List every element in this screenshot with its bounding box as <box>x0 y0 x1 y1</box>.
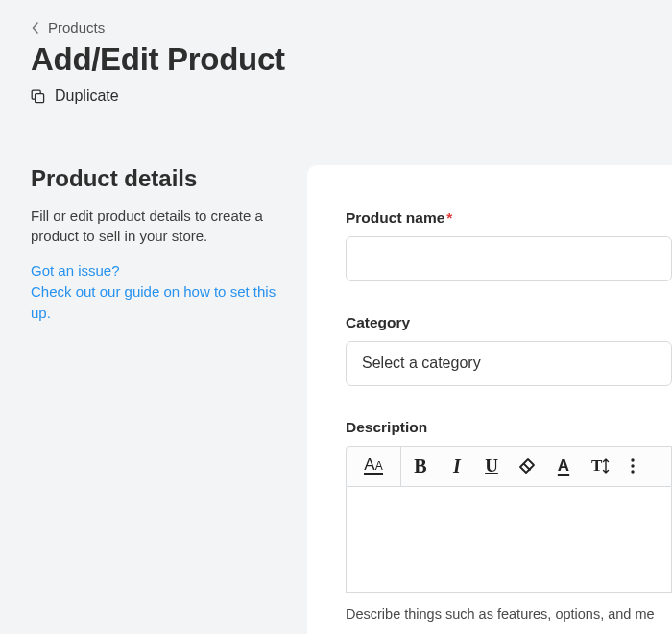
form-card: Product name * Category Select a categor… <box>307 165 672 635</box>
toolbar-textcolor-button[interactable]: A <box>545 447 582 486</box>
category-placeholder: Select a category <box>362 354 481 372</box>
category-select[interactable]: Select a category <box>346 341 672 386</box>
category-label: Category <box>346 314 410 331</box>
underline-icon: U <box>485 455 498 476</box>
description-editor[interactable] <box>346 487 672 593</box>
eraser-icon <box>517 457 537 475</box>
toolbar-underline-button[interactable]: U <box>474 447 509 486</box>
more-vertical-icon <box>630 457 636 475</box>
field-product-name: Product name * <box>346 209 672 281</box>
sidebar: Product details Fill or edit product det… <box>31 165 307 324</box>
svg-point-4 <box>631 464 634 467</box>
lineheight-icon: T <box>589 456 611 476</box>
svg-rect-1 <box>36 93 44 102</box>
svg-point-3 <box>631 458 634 461</box>
toolbar-eraser-button[interactable] <box>509 447 545 486</box>
duplicate-icon <box>31 89 45 104</box>
product-name-input[interactable] <box>346 236 672 281</box>
field-description: Description AA B I U <box>346 419 672 622</box>
link-got-issue[interactable]: Got an issue? <box>31 260 288 281</box>
fontstyle-icon: AA <box>364 457 382 474</box>
product-name-label: Product name <box>346 209 444 227</box>
link-guide[interactable]: Check out our guide on how to set this u… <box>31 281 288 324</box>
svg-text:T: T <box>591 456 603 475</box>
breadcrumb-label: Products <box>48 19 105 36</box>
description-label: Description <box>346 419 427 436</box>
duplicate-label: Duplicate <box>55 87 119 105</box>
required-asterisk: * <box>446 209 452 227</box>
section-heading: Product details <box>31 165 288 192</box>
toolbar-lineheight-button[interactable]: T <box>582 447 618 486</box>
breadcrumb[interactable]: Products <box>31 19 672 36</box>
toolbar-italic-button[interactable]: I <box>440 447 474 486</box>
italic-icon: I <box>453 455 461 477</box>
textcolor-icon: A <box>558 456 569 476</box>
field-category: Category Select a category <box>346 314 672 386</box>
description-helper: Describe things such as features, option… <box>346 606 672 622</box>
svg-point-5 <box>631 470 634 473</box>
duplicate-button[interactable]: Duplicate <box>31 87 119 105</box>
toolbar-fontstyle-button[interactable]: AA <box>347 447 400 486</box>
page-title: Add/Edit Product <box>31 41 672 78</box>
chevron-left-icon <box>31 21 40 35</box>
toolbar-bold-button[interactable]: B <box>401 447 440 486</box>
section-subtext: Fill or edit product details to create a… <box>31 206 288 248</box>
toolbar-more-button[interactable] <box>618 447 647 486</box>
editor-toolbar: AA B I U <box>346 446 672 487</box>
bold-icon: B <box>414 455 426 477</box>
